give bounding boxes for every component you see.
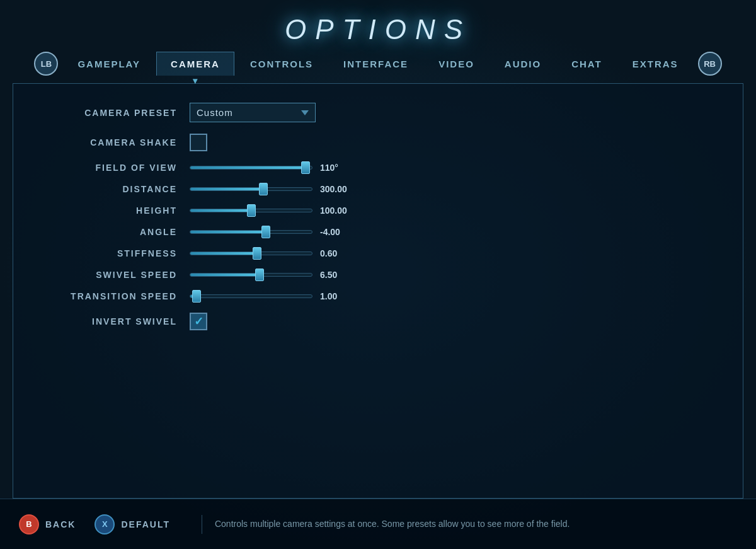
- camera-preset-dropdown[interactable]: Custom: [190, 103, 316, 122]
- x-button[interactable]: X: [94, 514, 115, 535]
- stiffness-label: STIFFNESS: [51, 248, 190, 258]
- distance-slider-container: 300.00: [190, 184, 358, 194]
- swivel-speed-label: SWIVEL SPEED: [51, 270, 190, 280]
- stiffness-slider-track[interactable]: [190, 251, 312, 255]
- camera-shake-label: CAMERA SHAKE: [51, 137, 190, 147]
- distance-label: DISTANCE: [51, 184, 190, 194]
- tab-extras[interactable]: EXTRAS: [618, 52, 693, 76]
- invert-swivel-label: INVERT SWIVEL: [51, 316, 190, 327]
- fov-slider-fill: [190, 166, 306, 169]
- stiffness-value: 0.60: [320, 248, 358, 258]
- default-btn-group: X DEFAULT: [94, 514, 170, 535]
- transition-speed-label: TRANSITION SPEED: [51, 291, 190, 301]
- title-bar: OPTIONS: [0, 0, 756, 52]
- angle-slider-container: -4.00: [190, 227, 358, 237]
- camera-shake-row: CAMERA SHAKE: [51, 134, 705, 151]
- transition-speed-row: TRANSITION SPEED 1.00: [51, 291, 705, 301]
- angle-label: ANGLE: [51, 227, 190, 237]
- fov-slider-thumb[interactable]: [301, 161, 310, 174]
- transition-speed-slider-track[interactable]: [190, 294, 312, 298]
- content-panel: CAMERA PRESET Custom CAMERA SHAKE FIELD …: [13, 83, 743, 499]
- swivel-speed-value: 6.50: [320, 270, 358, 280]
- tab-camera[interactable]: CAMERA: [156, 52, 234, 76]
- invert-swivel-checkbox[interactable]: ✓: [190, 313, 207, 330]
- height-slider-fill: [190, 209, 251, 212]
- back-label: BACK: [45, 519, 76, 529]
- angle-value: -4.00: [320, 227, 358, 237]
- distance-slider-thumb[interactable]: [259, 183, 268, 195]
- stiffness-slider-thumb[interactable]: [253, 247, 261, 260]
- distance-slider-fill: [190, 188, 263, 190]
- tab-controls[interactable]: CONTROLS: [236, 52, 328, 76]
- tab-interface[interactable]: INTERFACE: [329, 52, 423, 76]
- tab-video[interactable]: VIDEO: [424, 52, 489, 76]
- height-value: 100.00: [320, 205, 358, 216]
- height-slider-thumb[interactable]: [247, 204, 256, 217]
- distance-value: 300.00: [320, 184, 358, 194]
- height-row: HEIGHT 100.00: [51, 205, 705, 216]
- swivel-speed-slider-thumb[interactable]: [255, 269, 264, 281]
- main-container: OPTIONS LB GAMEPLAY CAMERA CONTROLS INTE…: [0, 0, 756, 549]
- angle-slider-thumb[interactable]: [261, 226, 270, 238]
- tab-audio[interactable]: AUDIO: [490, 52, 556, 76]
- back-btn-group: B BACK: [19, 514, 76, 535]
- transition-speed-value: 1.00: [320, 291, 358, 301]
- fov-slider-container: 110°: [190, 163, 358, 173]
- camera-preset-row: CAMERA PRESET Custom: [51, 103, 705, 122]
- lb-button[interactable]: LB: [34, 52, 58, 76]
- fov-slider-track[interactable]: [190, 166, 312, 170]
- swivel-speed-row: SWIVEL SPEED 6.50: [51, 270, 705, 280]
- footer: B BACK X DEFAULT Controls multiple camer…: [0, 499, 756, 549]
- swivel-speed-slider-track[interactable]: [190, 273, 312, 277]
- angle-slider-track[interactable]: [190, 230, 312, 234]
- distance-row: DISTANCE 300.00: [51, 184, 705, 194]
- stiffness-row: STIFFNESS 0.60: [51, 248, 705, 258]
- stiffness-slider-fill: [190, 252, 257, 255]
- invert-swivel-row: INVERT SWIVEL ✓: [51, 313, 705, 330]
- swivel-speed-slider-container: 6.50: [190, 270, 358, 280]
- height-slider-track[interactable]: [190, 209, 312, 212]
- distance-slider-track[interactable]: [190, 187, 312, 191]
- camera-preset-value: Custom: [197, 107, 295, 118]
- default-label: DEFAULT: [121, 519, 170, 529]
- angle-slider-fill: [190, 231, 266, 233]
- rb-button[interactable]: RB: [698, 52, 722, 76]
- fov-value: 110°: [320, 163, 358, 173]
- tab-gameplay[interactable]: GAMEPLAY: [63, 52, 155, 76]
- stiffness-slider-container: 0.60: [190, 248, 358, 258]
- fov-row: FIELD OF VIEW 110°: [51, 163, 705, 173]
- camera-preset-label: CAMERA PRESET: [51, 108, 190, 118]
- footer-divider: [202, 515, 202, 534]
- angle-row: ANGLE -4.00: [51, 227, 705, 237]
- tab-chat[interactable]: CHAT: [557, 52, 617, 76]
- footer-description: Controls multiple camera settings at onc…: [215, 517, 570, 531]
- checkmark-icon: ✓: [194, 315, 203, 328]
- page-title: OPTIONS: [0, 14, 756, 45]
- tabs-container: GAMEPLAY CAMERA CONTROLS INTERFACE VIDEO…: [63, 52, 692, 76]
- tab-bar: LB GAMEPLAY CAMERA CONTROLS INTERFACE VI…: [0, 52, 756, 76]
- transition-speed-slider-thumb[interactable]: [192, 290, 201, 303]
- dropdown-arrow-icon: [301, 110, 309, 115]
- b-button[interactable]: B: [19, 514, 39, 535]
- fov-label: FIELD OF VIEW: [51, 163, 190, 173]
- swivel-speed-slider-fill: [190, 274, 260, 276]
- height-label: HEIGHT: [51, 205, 190, 216]
- height-slider-container: 100.00: [190, 205, 358, 216]
- transition-speed-slider-container: 1.00: [190, 291, 358, 301]
- camera-shake-checkbox[interactable]: [190, 134, 207, 151]
